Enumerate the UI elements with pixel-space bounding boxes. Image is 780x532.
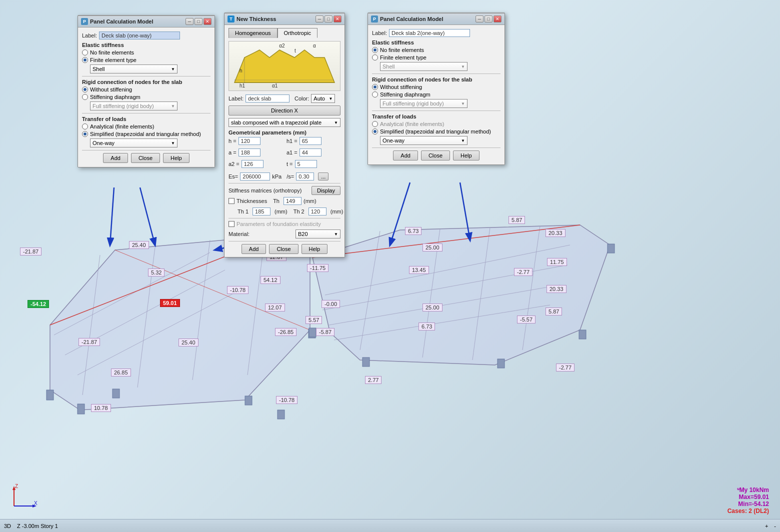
d2-a-label: a = bbox=[228, 150, 236, 156]
d1-shell-label: Shell bbox=[92, 66, 104, 72]
svg-marker-0 bbox=[50, 235, 310, 410]
d1-oneway-arrow: ▼ bbox=[171, 141, 175, 146]
svg-text:Z: Z bbox=[15, 484, 18, 489]
d3-full-stiffening-dropdown[interactable]: Full stiffening (rigid body) ▼ bbox=[380, 99, 468, 108]
dialog2-close[interactable]: ✕ bbox=[334, 16, 342, 22]
d3-radio-analytical[interactable] bbox=[372, 121, 378, 127]
d2-material-text: Material: bbox=[228, 231, 250, 237]
d2-a1-input[interactable] bbox=[300, 148, 322, 156]
d2-found-check[interactable] bbox=[228, 221, 234, 227]
dialog3-restore[interactable]: □ bbox=[484, 16, 492, 22]
d3-shell-dropdown[interactable]: Shell ▼ bbox=[380, 62, 468, 71]
d1-radio-finite-type[interactable] bbox=[82, 57, 88, 63]
d1-radio-simplified[interactable] bbox=[82, 131, 88, 137]
svg-line-32 bbox=[140, 188, 155, 245]
dialog1-restore[interactable]: □ bbox=[194, 18, 202, 25]
d2-th2-input[interactable] bbox=[308, 208, 326, 216]
d3-add-btn[interactable]: Add bbox=[393, 150, 418, 160]
d2-close-btn[interactable]: Close bbox=[269, 244, 298, 254]
d2-h1-input[interactable] bbox=[300, 137, 322, 145]
d2-plate-type-dropdown[interactable]: slab composed with a trapezoid plate ▼ bbox=[228, 118, 340, 127]
d1-add-btn[interactable]: Add bbox=[103, 153, 128, 163]
dialog2-restore[interactable]: □ bbox=[324, 16, 332, 22]
d2-a-input[interactable] bbox=[238, 148, 260, 156]
d3-close-btn[interactable]: Close bbox=[421, 150, 450, 160]
d1-close-btn[interactable]: Close bbox=[131, 153, 160, 163]
d2-h-input[interactable] bbox=[238, 137, 260, 145]
d2-display-btn[interactable]: Display bbox=[312, 186, 340, 195]
statusbar: 3D Z -3.00m Story 1 + - bbox=[0, 519, 780, 532]
panel-calc-dialog-2: P Panel Calculation Model ─ □ ✕ Label: E… bbox=[368, 12, 505, 165]
dialog3-icon: P bbox=[371, 16, 378, 22]
d2-material-arrow: ▼ bbox=[334, 232, 338, 236]
d3-radio-stiffening[interactable] bbox=[372, 92, 378, 98]
d2-th2-unit: (mm) bbox=[330, 208, 344, 214]
val-1207-mid: 12.07 bbox=[265, 304, 285, 312]
d2-th1-input[interactable] bbox=[252, 208, 270, 216]
d2-label-input[interactable] bbox=[246, 94, 290, 102]
dialog2-minimize[interactable]: ─ bbox=[316, 16, 324, 22]
d3-label-text: Label: bbox=[372, 30, 387, 36]
d2-t-input[interactable] bbox=[295, 160, 317, 168]
d2-vs-dots-btn[interactable]: ... bbox=[318, 172, 328, 180]
val-2540-left-top: 25.40 bbox=[129, 241, 149, 249]
statusbar-nav-minus[interactable]: - bbox=[774, 523, 776, 529]
statusbar-nav-plus[interactable]: + bbox=[765, 523, 768, 529]
d1-finite-type-label: Finite element type bbox=[90, 57, 136, 63]
d3-radio-finite-type[interactable] bbox=[372, 54, 378, 60]
d1-full-stiffening-dropdown[interactable]: Full stiffening (rigid body) ▼ bbox=[90, 102, 178, 110]
d2-th1-unit: (mm) bbox=[274, 208, 288, 214]
d3-elastic-title: Elastic stiffness bbox=[372, 40, 500, 46]
d3-radio-no-finite[interactable] bbox=[372, 47, 378, 53]
d1-label-input[interactable] bbox=[99, 32, 180, 40]
val-neg000-mid: -0.00 bbox=[322, 300, 340, 308]
d2-color-dropdown[interactable]: Auto ▼ bbox=[311, 94, 335, 103]
d2-add-btn[interactable]: Add bbox=[242, 244, 266, 254]
d3-radio-simplified[interactable] bbox=[372, 128, 378, 134]
panel-calc-dialog-1: P Panel Calculation Model ─ □ ✕ Label: E… bbox=[78, 15, 215, 168]
d2-material-dropdown[interactable]: B20 ▼ bbox=[296, 230, 340, 238]
d1-elastic-title: Elastic stiffness bbox=[82, 42, 210, 48]
dialog1-close[interactable]: ✕ bbox=[204, 18, 212, 25]
d2-thicknesses-check[interactable] bbox=[228, 198, 234, 204]
svg-text:X: X bbox=[34, 500, 38, 506]
d1-oneway-dropdown[interactable]: One-way ▼ bbox=[90, 138, 178, 148]
tab-homogeneous[interactable]: Homogeneous bbox=[228, 28, 278, 38]
val-neg2685: -26.85 bbox=[275, 328, 296, 336]
d1-radio-stiffening[interactable] bbox=[82, 94, 88, 100]
d3-help-btn[interactable]: Help bbox=[453, 150, 480, 160]
dialog3-title: Panel Calculation Model bbox=[380, 16, 444, 22]
d2-vs-input[interactable] bbox=[296, 172, 314, 180]
val-neg277-bot: -2.77 bbox=[556, 364, 574, 372]
d2-a1-label: a1 = bbox=[286, 150, 298, 156]
dialog3-minimize[interactable]: ─ bbox=[476, 16, 484, 22]
d2-th-input[interactable] bbox=[284, 197, 302, 205]
d1-oneway-label: One-way bbox=[92, 140, 114, 146]
d2-es-input[interactable] bbox=[240, 172, 270, 180]
d2-help-btn[interactable]: Help bbox=[302, 244, 328, 254]
d3-simplified-label: Simplified (trapezoidal and triangular m… bbox=[380, 128, 491, 134]
d1-transfer-title: Transfer of loads bbox=[82, 116, 210, 122]
dialog2-icon: T bbox=[228, 16, 234, 22]
statusbar-z-range: Z -3.00m Story 1 bbox=[17, 523, 58, 529]
d1-help-btn[interactable]: Help bbox=[163, 153, 190, 163]
d1-no-finite-label: No finite elements bbox=[90, 50, 134, 56]
dialog3-close[interactable]: ✕ bbox=[494, 16, 502, 22]
d2-direction-btn[interactable]: Direction X bbox=[228, 106, 340, 116]
d1-radio-no-finite[interactable] bbox=[82, 50, 88, 56]
d1-shell-dropdown[interactable]: Shell ▼ bbox=[90, 64, 178, 74]
d1-radio-analytical[interactable] bbox=[82, 124, 88, 130]
d3-oneway-arrow: ▼ bbox=[461, 138, 465, 143]
val-1345: 13.45 bbox=[409, 266, 429, 274]
d1-stiffening-label: Stiffening diaphragm bbox=[90, 94, 140, 100]
d3-radio-without[interactable] bbox=[372, 84, 378, 90]
d3-oneway-dropdown[interactable]: One-way ▼ bbox=[380, 136, 468, 145]
d3-label-input[interactable] bbox=[389, 29, 470, 37]
dialog1-minimize[interactable]: ─ bbox=[186, 18, 194, 25]
d2-color-val: Auto bbox=[314, 96, 325, 102]
val-557: 5.57 bbox=[306, 316, 322, 324]
d1-radio-without[interactable] bbox=[82, 86, 88, 92]
tab-orthotropic[interactable]: Orthotropic bbox=[278, 28, 318, 38]
d2-a2-input[interactable] bbox=[242, 160, 264, 168]
val-673-top: 6.73 bbox=[405, 227, 422, 235]
